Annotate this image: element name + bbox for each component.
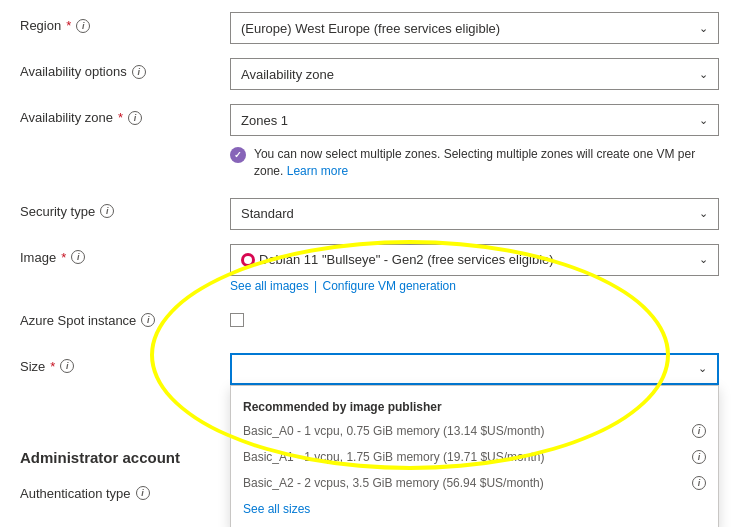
size-item-2-text: Basic_A2 - 2 vcpus, 3.5 GiB memory (56.9… (243, 476, 544, 490)
image-control: Debian 11 "Bullseye" - Gen2 (free servic… (230, 244, 719, 293)
availability-zone-label-text: Availability zone (20, 110, 113, 125)
availability-zone-dropdown[interactable]: Zones 1 ⌄ (230, 104, 719, 136)
azure-spot-info-icon[interactable]: i (141, 313, 155, 327)
size-item-0-info-icon[interactable]: i (692, 424, 706, 438)
size-row: Size * i ⌄ Recommended by image publishe… (20, 353, 719, 385)
see-all-images-link[interactable]: See all images (230, 279, 309, 293)
availability-options-dropdown[interactable]: Availability zone ⌄ (230, 58, 719, 90)
security-type-label-text: Security type (20, 204, 95, 219)
azure-spot-label: Azure Spot instance i (20, 307, 230, 328)
image-required-star: * (61, 250, 66, 265)
image-dropdown[interactable]: Debian 11 "Bullseye" - Gen2 (free servic… (230, 244, 719, 276)
size-required-star: * (50, 359, 55, 374)
dropdown-section-title: Recommended by image publisher (231, 394, 718, 418)
size-info-icon[interactable]: i (60, 359, 74, 373)
availability-zone-banner-text: You can now select multiple zones. Selec… (254, 146, 719, 180)
image-label: Image * i (20, 244, 230, 265)
image-value-wrapper: Debian 11 "Bullseye" - Gen2 (free servic… (241, 252, 554, 267)
size-item-1-info-icon[interactable]: i (692, 450, 706, 464)
image-info-icon[interactable]: i (71, 250, 85, 264)
availability-options-info-icon[interactable]: i (132, 65, 146, 79)
security-type-label: Security type i (20, 198, 230, 219)
region-chevron-icon: ⌄ (699, 22, 708, 35)
size-item-1-label: Basic_A1 - 1 vcpu, 1.75 GiB memory (19.7… (243, 450, 544, 464)
see-all-sizes-link[interactable]: See all sizes (231, 496, 718, 522)
azure-spot-checkbox-wrapper (230, 307, 719, 327)
security-type-chevron-icon: ⌄ (699, 207, 708, 220)
authentication-type-label: Authentication type i (20, 480, 230, 501)
availability-zone-chevron-icon: ⌄ (699, 114, 708, 127)
availability-zone-required-star: * (118, 110, 123, 125)
image-links: See all images | Configure VM generation (230, 279, 719, 293)
security-type-control: Standard ⌄ (230, 198, 719, 230)
region-control: (Europe) West Europe (free services elig… (230, 12, 719, 44)
administrator-account-label (20, 399, 230, 405)
region-info-icon[interactable]: i (76, 19, 90, 33)
security-type-row: Security type i Standard ⌄ (20, 198, 719, 230)
security-type-info-icon[interactable]: i (100, 204, 114, 218)
availability-zone-info-circle: ✓ (230, 147, 246, 163)
size-item-2-info-icon[interactable]: i (692, 476, 706, 490)
image-value: Debian 11 "Bullseye" - Gen2 (free servic… (259, 252, 554, 267)
size-control: ⌄ Recommended by image publisher Basic_A… (230, 353, 719, 385)
debian-icon (241, 253, 255, 267)
azure-spot-control (230, 307, 719, 327)
authentication-type-label-text: Authentication type (20, 486, 131, 501)
region-value: (Europe) West Europe (free services elig… (241, 21, 500, 36)
availability-options-label: Availability options i (20, 58, 230, 79)
region-label: Region * i (20, 12, 230, 33)
availability-options-control: Availability zone ⌄ (230, 58, 719, 90)
size-item-2-label: Basic_A2 - 2 vcpus, 3.5 GiB memory (56.9… (243, 476, 544, 490)
region-label-text: Region (20, 18, 61, 33)
azure-spot-label-text: Azure Spot instance (20, 313, 136, 328)
region-required-star: * (66, 18, 71, 33)
availability-options-value: Availability zone (241, 67, 334, 82)
size-item-0[interactable]: Basic_A0 - 1 vcpu, 0.75 GiB memory (13.1… (231, 418, 718, 444)
availability-zone-row: Availability zone * i Zones 1 ⌄ ✓ You ca… (20, 104, 719, 184)
availability-zone-banner: ✓ You can now select multiple zones. Sel… (230, 142, 719, 184)
authentication-type-info-icon[interactable]: i (136, 486, 150, 500)
size-item-1-text: Basic_A1 - 1 vcpu, 1.75 GiB memory (19.7… (243, 450, 544, 464)
region-dropdown[interactable]: (Europe) West Europe (free services elig… (230, 12, 719, 44)
image-chevron-icon: ⌄ (699, 253, 708, 266)
pipe-divider: | (314, 279, 317, 293)
size-label-text: Size (20, 359, 45, 374)
azure-spot-checkbox[interactable] (230, 313, 244, 327)
image-label-text: Image (20, 250, 56, 265)
availability-zone-control: Zones 1 ⌄ ✓ You can now select multiple … (230, 104, 719, 184)
region-row: Region * i (Europe) West Europe (free se… (20, 12, 719, 44)
size-item-1[interactable]: Basic_A1 - 1 vcpu, 1.75 GiB memory (19.7… (231, 444, 718, 470)
size-item-2[interactable]: Basic_A2 - 2 vcpus, 3.5 GiB memory (56.9… (231, 470, 718, 496)
image-row: Image * i Debian 11 "Bullseye" - Gen2 (f… (20, 244, 719, 293)
azure-spot-row: Azure Spot instance i (20, 307, 719, 339)
size-dropdown-menu: Recommended by image publisher Basic_A0 … (230, 385, 719, 527)
size-item-0-label: Basic_A0 - 1 vcpu, 0.75 GiB memory (13.1… (243, 424, 544, 438)
size-item-0-text: Basic_A0 - 1 vcpu, 0.75 GiB memory (13.1… (243, 424, 544, 438)
learn-more-link[interactable]: Learn more (287, 164, 348, 178)
availability-options-chevron-icon: ⌄ (699, 68, 708, 81)
security-type-value: Standard (241, 206, 294, 221)
availability-zone-value: Zones 1 (241, 113, 288, 128)
security-type-dropdown[interactable]: Standard ⌄ (230, 198, 719, 230)
size-chevron-icon: ⌄ (698, 362, 707, 375)
availability-options-row: Availability options i Availability zone… (20, 58, 719, 90)
size-label: Size * i (20, 353, 230, 374)
size-dropdown[interactable]: ⌄ (230, 353, 719, 385)
availability-options-label-text: Availability options (20, 64, 127, 79)
availability-zone-label: Availability zone * i (20, 104, 230, 125)
configure-vm-link[interactable]: Configure VM generation (323, 279, 456, 293)
availability-zone-info-icon[interactable]: i (128, 111, 142, 125)
form-container: Region * i (Europe) West Europe (free se… (0, 0, 739, 527)
size-dropdown-container: ⌄ Recommended by image publisher Basic_A… (230, 353, 719, 385)
